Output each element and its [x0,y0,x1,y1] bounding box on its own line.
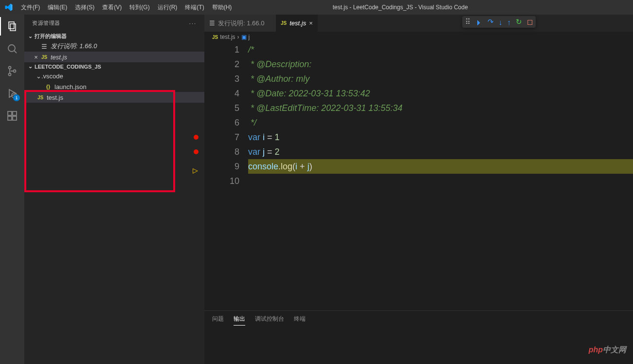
panel-tab[interactable]: 调试控制台 [255,315,284,326]
chevron-down-icon: ⌄ [36,73,41,80]
open-editor-item[interactable]: ×☰发行说明: 1.66.0 [24,41,204,52]
menu-item[interactable]: 终端(T) [181,3,208,12]
md-file-icon: ☰ [209,19,215,27]
run-debug-icon[interactable]: 1 [5,87,19,100]
breakpoint-icon[interactable] [194,135,199,140]
panel-tabs: 问题输出调试控制台终端 [204,311,633,329]
menu-item[interactable]: 运行(R) [154,3,181,12]
vscode-logo-icon [0,3,17,12]
chevron-right-icon: › [237,34,239,40]
source-control-icon[interactable] [5,64,19,78]
code-line[interactable]: * @Date: 2022-03-31 13:53:42 [248,86,633,101]
menu-bar: 文件(F)编辑(E)选择(S)查看(V)转到(G)运行(R)终端(T)帮助(H) [17,3,235,12]
code-line[interactable]: * @Author: mly [248,72,633,86]
annotation-box [24,90,175,192]
tree-item[interactable]: JStest.js [24,92,204,103]
menu-item[interactable]: 文件(F) [17,3,44,12]
line-number: 5 [219,101,239,115]
stop-icon[interactable]: ◻ [527,18,533,26]
step-out-icon[interactable]: ↑ [507,18,511,26]
md-file-icon: ☰ [40,43,49,50]
breakpoint-icon[interactable] [194,149,199,154]
line-number: 8 [219,145,239,159]
step-into-icon[interactable]: ↓ [499,18,503,26]
menu-item[interactable]: 编辑(E) [44,3,71,12]
editor-tab[interactable]: ☰发行说明: 1.66.0× [204,15,276,32]
current-line-icon: ▷ [193,163,198,178]
close-icon[interactable]: × [32,54,40,61]
step-over-icon[interactable]: ↷ [488,18,494,26]
menu-item[interactable]: 查看(V) [98,3,126,12]
code-line[interactable]: /* [248,42,633,57]
svg-point-6 [14,70,16,73]
open-editor-item[interactable]: ×JStest.js [24,52,204,62]
editor-area: ☰发行说明: 1.66.0×JStest.js× ⠿ ⏵ ↷ ↓ ↑ ↻ ◻ J… [204,15,633,364]
svg-rect-11 [13,116,17,120]
watermark: php中文网 [589,345,626,355]
close-icon[interactable]: × [309,19,313,27]
code-line[interactable]: */ [248,115,633,130]
sidebar: 资源管理器 ··· ⌄ 打开的编辑器 ×☰发行说明: 1.66.0×JStest… [24,15,204,364]
code-line[interactable]: * @Description: [248,57,633,72]
editor-tab[interactable]: JStest.js× [276,15,318,32]
search-icon[interactable] [5,42,19,55]
more-icon[interactable]: ··· [189,20,197,26]
panel-tab[interactable]: 终端 [294,315,306,326]
explorer-icon[interactable] [5,19,19,33]
code-editor[interactable]: ▷ 12345678910 /* * @Description: * @Auth… [204,42,633,310]
line-number: 4 [219,86,239,101]
drag-handle-icon[interactable]: ⠿ [465,18,470,26]
js-file-icon: JS [37,95,43,100]
bottom-panel: 问题输出调试控制台终端 [204,310,633,364]
svg-rect-9 [8,111,12,115]
line-number: 10 [219,174,239,188]
js-file-icon: JS [281,20,287,26]
activity-bar: 1 [0,15,24,364]
line-number: 2 [219,57,239,72]
chevron-down-icon: ⌄ [28,63,33,70]
sidebar-title: 资源管理器 [32,19,60,27]
breadcrumb[interactable]: JS test.js › ▣ j [204,32,633,42]
line-number: 1 [219,42,239,57]
debug-badge: 1 [13,94,20,101]
extensions-icon[interactable] [5,109,19,123]
code-line[interactable] [248,174,633,188]
title-bar: 文件(F)编辑(E)选择(S)查看(V)转到(G)运行(R)终端(T)帮助(H)… [0,0,633,15]
debug-toolbar[interactable]: ⠿ ⏵ ↷ ↓ ↑ ↻ ◻ [462,16,536,28]
menu-item[interactable]: 帮助(H) [208,3,236,12]
tree-item[interactable]: ⌄ .vscode [24,71,204,81]
line-number: 7 [219,130,239,145]
variable-icon: ▣ [241,34,247,40]
js-file-icon: JS [212,35,218,40]
code-line[interactable]: console.log(i + j) [248,159,633,174]
svg-line-3 [14,51,17,53]
code-line[interactable]: var j = 2 [248,145,633,159]
code-line[interactable]: var i = 1 [248,130,633,145]
code-line[interactable]: * @LastEditTime: 2022-03-31 13:55:34 [248,101,633,115]
continue-icon[interactable]: ⏵ [475,18,483,26]
svg-rect-0 [9,22,14,29]
json-file-icon: {} [46,84,51,90]
line-number: 6 [219,115,239,130]
project-header[interactable]: ⌄ LEETCODE_CODINGS_JS [24,62,204,71]
svg-rect-10 [8,116,12,120]
svg-point-5 [9,73,11,76]
menu-item[interactable]: 转到(G) [126,3,153,12]
js-file-icon: JS [40,55,49,60]
line-number: 3 [219,72,239,86]
menu-item[interactable]: 选择(S) [71,3,98,12]
svg-point-2 [8,45,15,52]
line-number: 9 [219,159,239,174]
panel-tab[interactable]: 输出 [234,315,245,326]
svg-point-4 [9,67,11,69]
open-editors-header[interactable]: ⌄ 打开的编辑器 [24,32,204,41]
window-title: test.js - LeetCode_Codings_JS - Visual S… [235,4,565,11]
restart-icon[interactable]: ↻ [516,18,522,26]
tab-bar: ☰发行说明: 1.66.0×JStest.js× ⠿ ⏵ ↷ ↓ ↑ ↻ ◻ [204,15,633,32]
chevron-down-icon: ⌄ [28,33,33,39]
panel-tab[interactable]: 问题 [212,315,224,326]
svg-rect-12 [13,111,17,115]
tree-item[interactable]: {}launch.json [24,81,204,92]
svg-rect-1 [10,24,16,31]
